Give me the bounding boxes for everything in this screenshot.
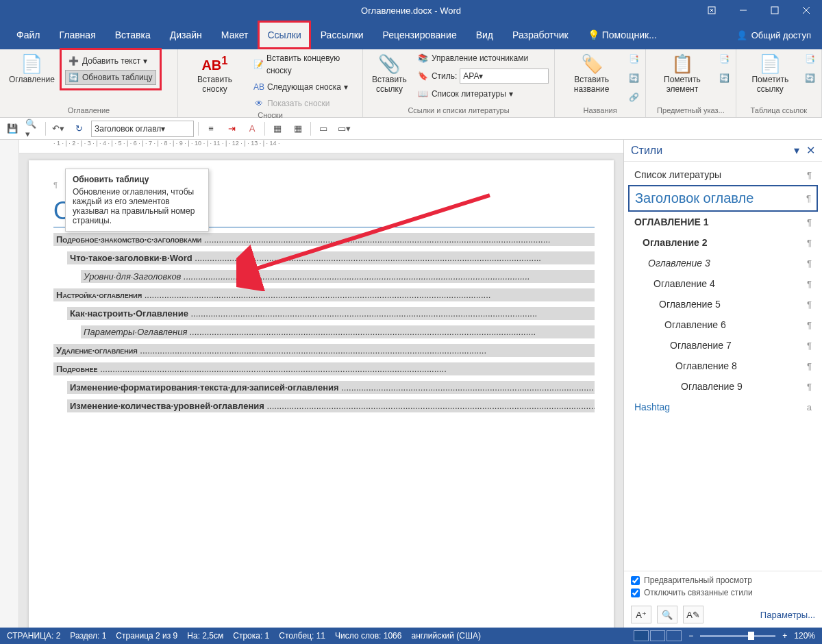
toc-entry[interactable]: Параметры·Оглавления ...................…: [81, 325, 595, 338]
next-footnote-button[interactable]: ABСледующая сноска ▾: [250, 79, 358, 95]
tab-ссылки[interactable]: Ссылки: [258, 21, 310, 49]
toc-entry[interactable]: Изменение·форматирования·текста·для·запи…: [67, 381, 595, 394]
toc-icon: 📄: [21, 53, 42, 75]
manage-styles-button[interactable]: A✎: [683, 606, 703, 623]
tab-файл[interactable]: Файл: [7, 21, 49, 49]
toc-entry[interactable]: Подробнее ..............................…: [53, 362, 595, 375]
styles-options-link[interactable]: Параметры...: [760, 610, 815, 620]
toc-button[interactable]: 📄 Оглавление: [4, 51, 60, 86]
style-item[interactable]: Оглавление 5¶: [628, 294, 818, 314]
update-toc-tooltip: Обновить таблицу Обновление оглавления, …: [65, 169, 209, 232]
insert-caption-button[interactable]: 🏷️ Вставить название: [559, 51, 624, 96]
caption-opt3[interactable]: 🔗: [627, 89, 641, 106]
maximize-icon[interactable]: [759, 0, 790, 21]
toa-opt2[interactable]: 🔄: [803, 70, 817, 86]
style-item[interactable]: Заголовок оглавле¶: [628, 185, 818, 212]
ribbon-options-icon[interactable]: [696, 0, 727, 21]
caption-opt1[interactable]: 📑: [627, 51, 641, 67]
status-words[interactable]: Число слов: 1066: [335, 631, 401, 641]
share-button[interactable]: 👤 Общий доступ: [725, 21, 822, 49]
disable-linked-input[interactable]: [631, 589, 640, 597]
style-item[interactable]: Hashtaga: [628, 397, 818, 417]
status-section[interactable]: Раздел: 1: [70, 631, 106, 641]
status-lang[interactable]: английский (США): [411, 631, 480, 641]
insert-endnote-button[interactable]: 📝Вставить концевую сноску: [250, 51, 358, 78]
caption-icon: 🏷️: [581, 53, 603, 75]
bibliography-button[interactable]: 📖Список литературы ▾: [414, 86, 552, 101]
toa-opt1[interactable]: 📑: [803, 51, 817, 67]
toc-entry[interactable]: Удаление·оглавления ....................…: [53, 344, 595, 357]
tab-рассылки[interactable]: Рассылки: [311, 21, 373, 49]
svg-rect-1: [771, 7, 778, 14]
tell-me-search[interactable]: 💡Помощник...: [578, 21, 667, 49]
index-opt1[interactable]: 📑: [717, 51, 732, 67]
style-item[interactable]: Оглавление 4¶: [628, 273, 818, 294]
style-item[interactable]: Оглавление 7¶: [628, 335, 818, 356]
redo-button[interactable]: ↻: [71, 121, 87, 137]
qat-search-button[interactable]: 🔍▾: [25, 121, 41, 137]
preview-checkbox-input[interactable]: [631, 576, 640, 585]
tab-разработчик[interactable]: Разработчик: [503, 21, 578, 49]
zoom-in-button[interactable]: +: [782, 631, 787, 641]
qat-format-button[interactable]: A: [244, 121, 260, 137]
status-at[interactable]: На: 2,5см: [187, 631, 223, 641]
tab-вставка[interactable]: Вставка: [105, 21, 160, 49]
styles-dropdown-icon[interactable]: ▾: [794, 145, 799, 156]
tab-вид[interactable]: Вид: [466, 21, 503, 49]
insert-footnote-button[interactable]: AB1 Вставить сноску: [182, 51, 247, 96]
styles-close-icon[interactable]: ✕: [806, 145, 815, 156]
toc-entry[interactable]: Изменение·количества·уровней·оглавления …: [67, 399, 595, 412]
insert-citation-button[interactable]: 📎 Вставить ссылку: [367, 51, 412, 96]
view-mode-buttons[interactable]: [634, 630, 682, 641]
style-item[interactable]: Оглавление 3¶: [628, 253, 818, 273]
zoom-slider[interactable]: [700, 635, 775, 637]
style-item[interactable]: Оглавление 9¶: [628, 376, 818, 397]
style-item[interactable]: Оглавление 6¶: [628, 314, 818, 335]
zoom-out-button[interactable]: −: [688, 631, 693, 641]
tooltip-body: Обновление оглавления, чтобы каждый из е…: [73, 187, 201, 225]
tab-главная[interactable]: Главная: [49, 21, 105, 49]
status-col[interactable]: Столбец: 11: [279, 631, 325, 641]
tab-рецензирование[interactable]: Рецензирование: [373, 21, 466, 49]
close-icon[interactable]: [790, 0, 822, 21]
mark-citation-button[interactable]: 📄 Пометить ссылку: [740, 51, 800, 96]
citation-style-select[interactable]: APA ▾: [460, 69, 549, 84]
qat-table1-button[interactable]: ▦: [269, 121, 286, 137]
citation-label: Вставить ссылку: [372, 75, 407, 94]
style-item[interactable]: Список литературы¶: [628, 164, 818, 185]
qat-table2-button[interactable]: ▦: [290, 121, 306, 137]
minimize-icon[interactable]: [727, 0, 759, 21]
undo-button[interactable]: ↶▾: [50, 121, 66, 137]
qat-insert2-button[interactable]: ▭▾: [336, 121, 352, 137]
style-item[interactable]: Оглавление 2¶: [628, 232, 818, 253]
qat-align-button[interactable]: ≡: [203, 121, 219, 137]
status-bar: СТРАНИЦА: 2 Раздел: 1 Страница 2 из 9 На…: [0, 628, 822, 644]
save-button[interactable]: 💾: [4, 121, 21, 137]
tab-дизайн[interactable]: Дизайн: [160, 21, 212, 49]
add-text-button[interactable]: ➕Добавить текст ▾: [65, 53, 156, 69]
footnote-label: Вставить сноску: [187, 75, 242, 94]
window-title: Оглавление.docx - Word: [361, 5, 461, 16]
style-item[interactable]: Оглавление 1¶: [628, 212, 818, 232]
style-item[interactable]: Оглавление 8¶: [628, 356, 818, 376]
mark-index-button[interactable]: 📋 Пометить элемент: [650, 51, 714, 96]
show-footnotes-button[interactable]: 👁Показать сноски: [250, 96, 358, 111]
new-style-button[interactable]: A⁺: [631, 606, 651, 623]
qat-insert1-button[interactable]: ▭: [315, 121, 332, 137]
qat-indent-button[interactable]: ⇥: [223, 121, 240, 137]
status-page[interactable]: СТРАНИЦА: 2: [7, 631, 60, 641]
status-line[interactable]: Строка: 1: [233, 631, 269, 641]
toc-entry[interactable]: Как·настроить·Оглавление ...............…: [67, 307, 595, 320]
caption-opt2[interactable]: 🔄: [627, 70, 641, 86]
style-inspector-button[interactable]: 🔍: [657, 606, 677, 623]
vertical-ruler: [0, 140, 19, 628]
tab-макет[interactable]: Макет: [212, 21, 258, 49]
manage-sources-button[interactable]: 📚Управление источниками: [414, 51, 552, 66]
preview-checkbox[interactable]: Предварительный просмотр: [631, 575, 815, 585]
style-dropdown[interactable]: Заголовок оглавл ▾: [91, 121, 194, 137]
disable-linked-checkbox[interactable]: Отключить связанные стили: [631, 588, 815, 597]
index-opt2[interactable]: 🔄: [717, 70, 732, 86]
zoom-level[interactable]: 120%: [794, 631, 815, 641]
status-pages[interactable]: Страница 2 из 9: [116, 631, 177, 641]
update-toc-button[interactable]: 🔄Обновить таблицу: [65, 70, 156, 85]
